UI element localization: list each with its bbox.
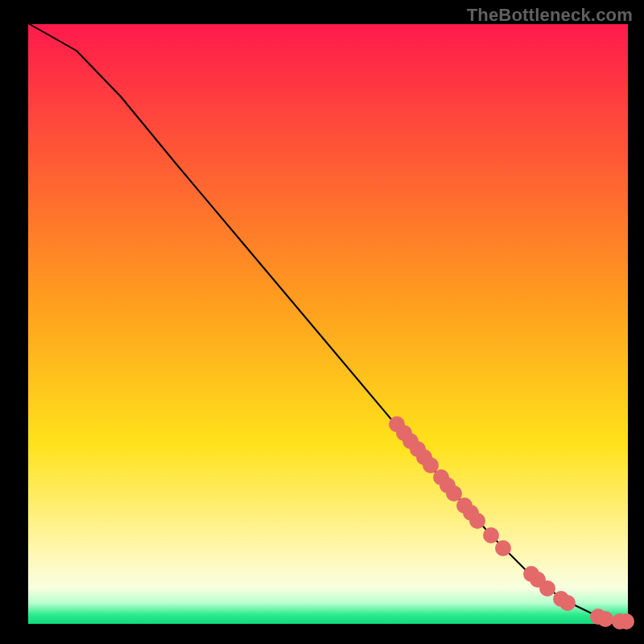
data-point-marker xyxy=(469,513,485,529)
data-point-marker xyxy=(495,540,511,556)
chart-svg xyxy=(0,0,644,644)
data-point-marker xyxy=(618,613,634,630)
data-point-marker xyxy=(559,595,576,611)
plot-background xyxy=(28,24,628,624)
watermark-text: TheBottleneck.com xyxy=(467,5,633,26)
data-point-marker xyxy=(597,611,613,627)
data-point-marker xyxy=(483,527,499,543)
chart-stage: TheBottleneck.com xyxy=(0,0,644,644)
data-point-marker xyxy=(539,580,555,597)
